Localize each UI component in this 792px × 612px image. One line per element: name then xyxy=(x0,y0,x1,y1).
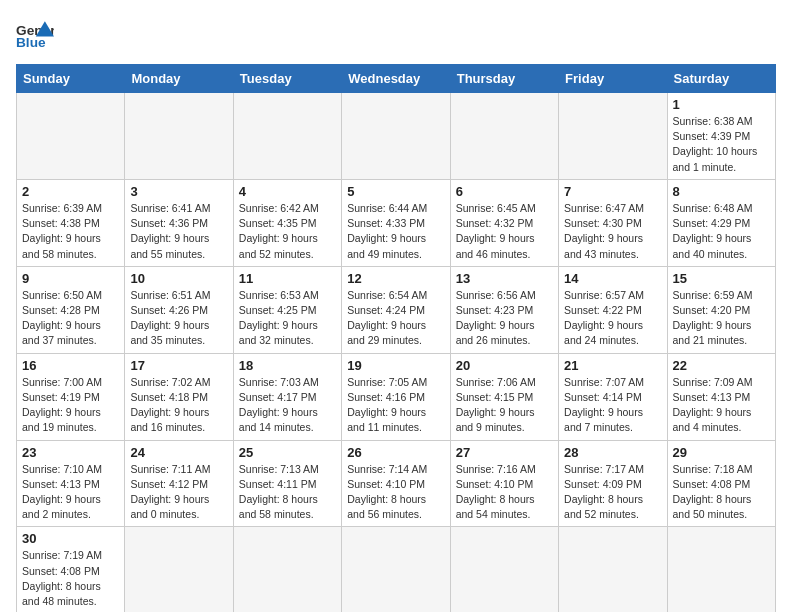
day-info: Sunrise: 6:51 AM Sunset: 4:26 PM Dayligh… xyxy=(130,288,227,349)
day-number: 28 xyxy=(564,445,661,460)
calendar-cell-0-3 xyxy=(342,93,450,180)
day-info: Sunrise: 6:47 AM Sunset: 4:30 PM Dayligh… xyxy=(564,201,661,262)
day-number: 1 xyxy=(673,97,770,112)
day-info: Sunrise: 6:42 AM Sunset: 4:35 PM Dayligh… xyxy=(239,201,336,262)
calendar-cell-1-6: 8Sunrise: 6:48 AM Sunset: 4:29 PM Daylig… xyxy=(667,179,775,266)
calendar-cell-0-5 xyxy=(559,93,667,180)
weekday-header-wednesday: Wednesday xyxy=(342,65,450,93)
calendar-cell-2-3: 12Sunrise: 6:54 AM Sunset: 4:24 PM Dayli… xyxy=(342,266,450,353)
day-number: 11 xyxy=(239,271,336,286)
week-row-6: 30Sunrise: 7:19 AM Sunset: 4:08 PM Dayli… xyxy=(17,527,776,612)
calendar-cell-2-0: 9Sunrise: 6:50 AM Sunset: 4:28 PM Daylig… xyxy=(17,266,125,353)
day-info: Sunrise: 7:14 AM Sunset: 4:10 PM Dayligh… xyxy=(347,462,444,523)
calendar-cell-5-3 xyxy=(342,527,450,612)
day-info: Sunrise: 6:56 AM Sunset: 4:23 PM Dayligh… xyxy=(456,288,553,349)
calendar-cell-3-0: 16Sunrise: 7:00 AM Sunset: 4:19 PM Dayli… xyxy=(17,353,125,440)
day-info: Sunrise: 7:00 AM Sunset: 4:19 PM Dayligh… xyxy=(22,375,119,436)
calendar-cell-5-6 xyxy=(667,527,775,612)
calendar-cell-4-3: 26Sunrise: 7:14 AM Sunset: 4:10 PM Dayli… xyxy=(342,440,450,527)
day-number: 23 xyxy=(22,445,119,460)
day-info: Sunrise: 6:57 AM Sunset: 4:22 PM Dayligh… xyxy=(564,288,661,349)
day-info: Sunrise: 7:17 AM Sunset: 4:09 PM Dayligh… xyxy=(564,462,661,523)
calendar-cell-2-1: 10Sunrise: 6:51 AM Sunset: 4:26 PM Dayli… xyxy=(125,266,233,353)
calendar-cell-2-5: 14Sunrise: 6:57 AM Sunset: 4:22 PM Dayli… xyxy=(559,266,667,353)
day-number: 29 xyxy=(673,445,770,460)
day-info: Sunrise: 6:59 AM Sunset: 4:20 PM Dayligh… xyxy=(673,288,770,349)
calendar-cell-3-5: 21Sunrise: 7:07 AM Sunset: 4:14 PM Dayli… xyxy=(559,353,667,440)
calendar-cell-5-1 xyxy=(125,527,233,612)
calendar-cell-3-3: 19Sunrise: 7:05 AM Sunset: 4:16 PM Dayli… xyxy=(342,353,450,440)
day-number: 18 xyxy=(239,358,336,373)
day-number: 12 xyxy=(347,271,444,286)
day-info: Sunrise: 7:09 AM Sunset: 4:13 PM Dayligh… xyxy=(673,375,770,436)
weekday-header-row: SundayMondayTuesdayWednesdayThursdayFrid… xyxy=(17,65,776,93)
day-number: 19 xyxy=(347,358,444,373)
day-info: Sunrise: 6:45 AM Sunset: 4:32 PM Dayligh… xyxy=(456,201,553,262)
day-number: 7 xyxy=(564,184,661,199)
day-info: Sunrise: 7:11 AM Sunset: 4:12 PM Dayligh… xyxy=(130,462,227,523)
day-number: 4 xyxy=(239,184,336,199)
day-info: Sunrise: 7:19 AM Sunset: 4:08 PM Dayligh… xyxy=(22,548,119,609)
calendar-cell-4-4: 27Sunrise: 7:16 AM Sunset: 4:10 PM Dayli… xyxy=(450,440,558,527)
day-info: Sunrise: 7:03 AM Sunset: 4:17 PM Dayligh… xyxy=(239,375,336,436)
calendar-cell-0-2 xyxy=(233,93,341,180)
day-number: 16 xyxy=(22,358,119,373)
day-number: 8 xyxy=(673,184,770,199)
logo-area: General Blue xyxy=(16,16,54,54)
week-row-2: 2Sunrise: 6:39 AM Sunset: 4:38 PM Daylig… xyxy=(17,179,776,266)
calendar-cell-0-0 xyxy=(17,93,125,180)
day-number: 3 xyxy=(130,184,227,199)
calendar-cell-1-1: 3Sunrise: 6:41 AM Sunset: 4:36 PM Daylig… xyxy=(125,179,233,266)
day-info: Sunrise: 7:18 AM Sunset: 4:08 PM Dayligh… xyxy=(673,462,770,523)
day-number: 14 xyxy=(564,271,661,286)
weekday-header-sunday: Sunday xyxy=(17,65,125,93)
week-row-4: 16Sunrise: 7:00 AM Sunset: 4:19 PM Dayli… xyxy=(17,353,776,440)
calendar-cell-3-1: 17Sunrise: 7:02 AM Sunset: 4:18 PM Dayli… xyxy=(125,353,233,440)
day-info: Sunrise: 7:07 AM Sunset: 4:14 PM Dayligh… xyxy=(564,375,661,436)
day-number: 20 xyxy=(456,358,553,373)
calendar-cell-3-2: 18Sunrise: 7:03 AM Sunset: 4:17 PM Dayli… xyxy=(233,353,341,440)
calendar-cell-1-4: 6Sunrise: 6:45 AM Sunset: 4:32 PM Daylig… xyxy=(450,179,558,266)
day-info: Sunrise: 7:02 AM Sunset: 4:18 PM Dayligh… xyxy=(130,375,227,436)
page-header: General Blue xyxy=(16,16,776,54)
calendar-cell-0-1 xyxy=(125,93,233,180)
calendar-cell-4-1: 24Sunrise: 7:11 AM Sunset: 4:12 PM Dayli… xyxy=(125,440,233,527)
day-info: Sunrise: 6:38 AM Sunset: 4:39 PM Dayligh… xyxy=(673,114,770,175)
day-number: 9 xyxy=(22,271,119,286)
logo-icon: General Blue xyxy=(16,16,54,54)
day-info: Sunrise: 7:13 AM Sunset: 4:11 PM Dayligh… xyxy=(239,462,336,523)
calendar-cell-1-2: 4Sunrise: 6:42 AM Sunset: 4:35 PM Daylig… xyxy=(233,179,341,266)
day-info: Sunrise: 7:06 AM Sunset: 4:15 PM Dayligh… xyxy=(456,375,553,436)
day-info: Sunrise: 7:16 AM Sunset: 4:10 PM Dayligh… xyxy=(456,462,553,523)
calendar-cell-1-5: 7Sunrise: 6:47 AM Sunset: 4:30 PM Daylig… xyxy=(559,179,667,266)
day-info: Sunrise: 6:54 AM Sunset: 4:24 PM Dayligh… xyxy=(347,288,444,349)
calendar-cell-0-4 xyxy=(450,93,558,180)
day-number: 10 xyxy=(130,271,227,286)
svg-text:Blue: Blue xyxy=(16,35,46,50)
calendar-cell-4-0: 23Sunrise: 7:10 AM Sunset: 4:13 PM Dayli… xyxy=(17,440,125,527)
calendar-cell-5-2 xyxy=(233,527,341,612)
weekday-header-saturday: Saturday xyxy=(667,65,775,93)
calendar-cell-3-6: 22Sunrise: 7:09 AM Sunset: 4:13 PM Dayli… xyxy=(667,353,775,440)
calendar-cell-3-4: 20Sunrise: 7:06 AM Sunset: 4:15 PM Dayli… xyxy=(450,353,558,440)
calendar-cell-1-0: 2Sunrise: 6:39 AM Sunset: 4:38 PM Daylig… xyxy=(17,179,125,266)
weekday-header-monday: Monday xyxy=(125,65,233,93)
calendar-cell-2-6: 15Sunrise: 6:59 AM Sunset: 4:20 PM Dayli… xyxy=(667,266,775,353)
day-number: 30 xyxy=(22,531,119,546)
day-info: Sunrise: 7:05 AM Sunset: 4:16 PM Dayligh… xyxy=(347,375,444,436)
day-info: Sunrise: 6:44 AM Sunset: 4:33 PM Dayligh… xyxy=(347,201,444,262)
weekday-header-thursday: Thursday xyxy=(450,65,558,93)
day-number: 13 xyxy=(456,271,553,286)
day-number: 5 xyxy=(347,184,444,199)
day-number: 2 xyxy=(22,184,119,199)
calendar-table: SundayMondayTuesdayWednesdayThursdayFrid… xyxy=(16,64,776,612)
weekday-header-friday: Friday xyxy=(559,65,667,93)
day-number: 24 xyxy=(130,445,227,460)
day-info: Sunrise: 7:10 AM Sunset: 4:13 PM Dayligh… xyxy=(22,462,119,523)
day-number: 25 xyxy=(239,445,336,460)
week-row-1: 1Sunrise: 6:38 AM Sunset: 4:39 PM Daylig… xyxy=(17,93,776,180)
day-number: 26 xyxy=(347,445,444,460)
day-info: Sunrise: 6:39 AM Sunset: 4:38 PM Dayligh… xyxy=(22,201,119,262)
calendar-cell-4-5: 28Sunrise: 7:17 AM Sunset: 4:09 PM Dayli… xyxy=(559,440,667,527)
day-number: 6 xyxy=(456,184,553,199)
